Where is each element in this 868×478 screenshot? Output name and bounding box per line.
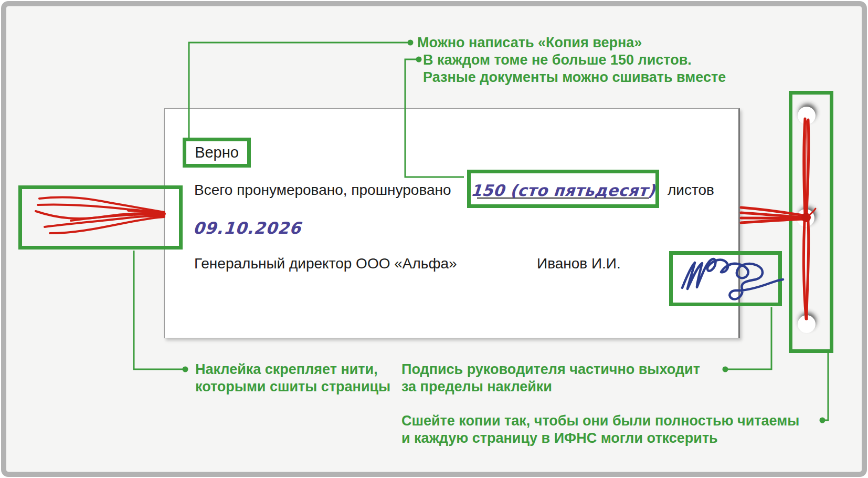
- annotation-volume-note: В каждом томе не больше 150 листов. Разн…: [423, 51, 726, 86]
- sheets-line-suffix: листов: [668, 182, 714, 199]
- infographic-canvas: Верно Всего пронумеровано, прошнуровано …: [0, 0, 868, 478]
- director-name: Иванов И.И.: [537, 255, 621, 272]
- annotation-readability-note: Сшейте копии так, чтобы они были полност…: [401, 412, 799, 447]
- annotation-signature-note: Подпись руководителя частично выходит за…: [401, 361, 700, 396]
- sheets-count-box: 150 (сто пятьдесят): [467, 170, 659, 208]
- binding-strip-box: [789, 91, 833, 353]
- stamp-box: Верно: [183, 138, 251, 168]
- stamp-label: Верно: [195, 144, 239, 161]
- sheets-count-handwritten: 150 (сто пятьдесят): [470, 181, 656, 200]
- thread-ends-box: [18, 185, 183, 250]
- sheets-line-prefix: Всего пронумеровано, прошнуровано: [194, 182, 451, 199]
- date-handwritten: 09.10.2026: [193, 219, 302, 237]
- signature-box: [669, 251, 782, 306]
- director-title: Генеральный директор ООО «Альфа»: [194, 255, 457, 272]
- annotation-copy-note: Можно написать «Копия верна»: [417, 34, 642, 51]
- annotation-sticker-note: Наклейка скрепляет нити, которыми сшиты …: [195, 361, 390, 396]
